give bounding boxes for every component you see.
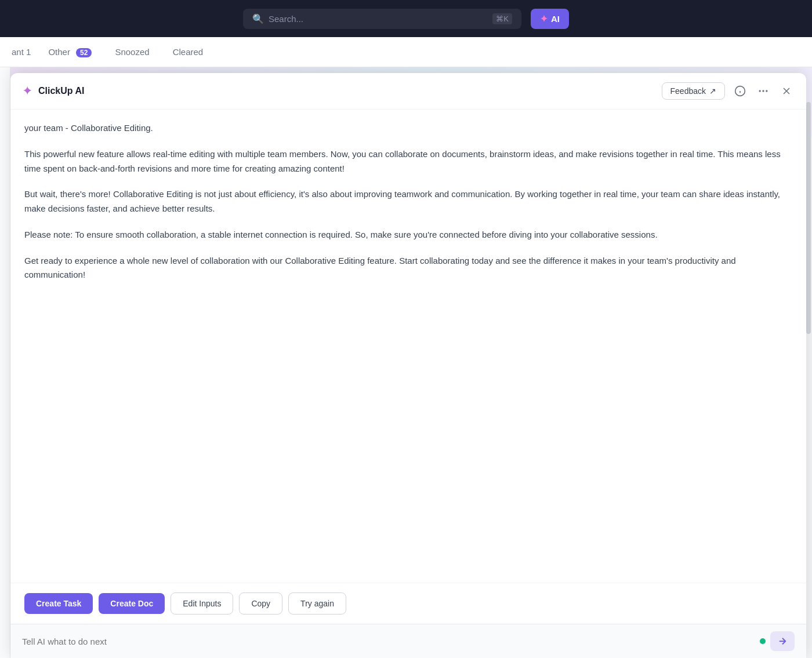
tab-other[interactable]: Other 52	[37, 39, 103, 66]
search-bar[interactable]: 🔍 Search... ⌘K	[243, 9, 521, 29]
tab-cleared-label: Cleared	[173, 47, 204, 57]
feedback-button[interactable]: Feedback ↗	[662, 82, 725, 100]
ai-button-label: AI	[551, 14, 560, 24]
tab-other-label: Other	[48, 47, 70, 57]
keyboard-shortcut: ⌘K	[492, 13, 512, 24]
action-buttons: Create Task Create Doc Edit Inputs Copy …	[10, 583, 806, 624]
content-paragraph-2: This powerful new feature allows real-ti…	[24, 147, 792, 176]
ai-star-icon: ✦	[540, 13, 548, 24]
ai-button[interactable]: ✦ AI	[531, 9, 569, 29]
create-doc-button[interactable]: Create Doc	[99, 593, 165, 614]
info-icon	[734, 85, 746, 97]
create-task-button[interactable]: Create Task	[24, 593, 93, 614]
sparkle-icon: ✦	[22, 83, 32, 99]
background-content: ✦ ClickUp AI Feedback ↗	[0, 67, 812, 658]
try-again-button[interactable]: Try again	[288, 592, 346, 615]
svg-point-3	[759, 90, 761, 92]
feedback-label: Feedback	[670, 86, 706, 96]
tab-partial: ant 1	[12, 39, 37, 65]
panel-logo: ✦ ClickUp AI	[22, 83, 662, 99]
tab-other-badge: 52	[76, 48, 92, 57]
close-icon	[781, 85, 792, 97]
ellipsis-icon	[757, 85, 769, 97]
tab-snoozed-label: Snoozed	[115, 47, 149, 57]
top-bar: 🔍 Search... ⌘K ✦ AI	[0, 0, 812, 37]
search-icon: 🔍	[252, 13, 264, 24]
search-placeholder: Search...	[269, 14, 488, 24]
panel-header: ✦ ClickUp AI Feedback ↗	[10, 73, 806, 110]
sidebar-hint	[0, 67, 10, 658]
panel-title: ClickUp AI	[38, 86, 84, 96]
close-button[interactable]	[778, 83, 795, 99]
tab-cleared[interactable]: Cleared	[161, 39, 215, 65]
tab-snoozed[interactable]: Snoozed	[103, 39, 161, 65]
ai-panel: ✦ ClickUp AI Feedback ↗	[10, 73, 806, 658]
info-button[interactable]	[732, 83, 748, 99]
content-paragraph-1: your team - Collaborative Editing.	[24, 121, 792, 136]
panel-input-area	[10, 624, 806, 658]
copy-button[interactable]: Copy	[239, 592, 282, 615]
send-icon	[777, 636, 788, 646]
status-dot	[760, 638, 766, 644]
tabs-area: ant 1 Other 52 Snoozed Cleared	[0, 37, 812, 67]
more-options-button[interactable]	[755, 83, 771, 99]
partial-badge: 1	[26, 47, 31, 57]
panel-content: your team - Collaborative Editing. This …	[10, 110, 806, 583]
send-button[interactable]	[770, 631, 795, 651]
ai-input[interactable]	[22, 637, 755, 646]
panel-actions: Feedback ↗	[662, 82, 795, 100]
content-paragraph-3: But wait, there's more! Collaborative Ed…	[24, 187, 792, 216]
content-paragraph-4: Please note: To ensure smooth collaborat…	[24, 228, 792, 242]
feedback-external-icon: ↗	[709, 86, 716, 96]
content-paragraph-5: Get ready to experience a whole new leve…	[24, 254, 792, 283]
scrollbar[interactable]	[806, 102, 811, 334]
svg-point-5	[766, 90, 767, 92]
svg-point-4	[762, 90, 764, 92]
edit-inputs-button[interactable]: Edit Inputs	[171, 592, 233, 615]
